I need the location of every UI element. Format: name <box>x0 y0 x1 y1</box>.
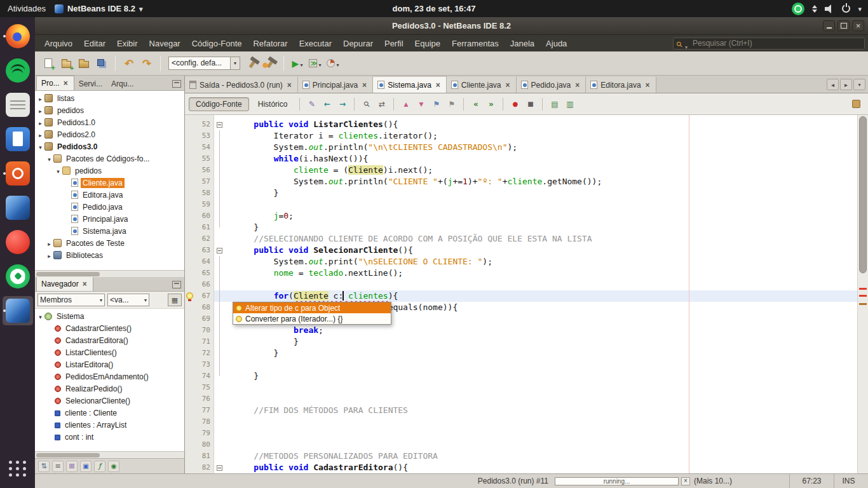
project-node-pacotes-de-teste[interactable]: Pacotes de Teste <box>35 237 184 249</box>
code-line-71[interactable]: 71 } <box>185 336 868 348</box>
close-icon[interactable] <box>286 81 293 90</box>
expand-right-icon[interactable] <box>37 106 44 115</box>
clean-build-button[interactable] <box>262 55 278 72</box>
fold-collapse-icon[interactable] <box>217 122 222 128</box>
project-node-pedidos2-0[interactable]: Pedidos2.0 <box>35 128 184 140</box>
project-node-listas[interactable]: listas <box>35 92 184 104</box>
navigator-visibility-select[interactable]: <va... <box>107 294 149 306</box>
code-line-79[interactable]: 79 <box>185 428 868 439</box>
warning-stripe-mark[interactable] <box>859 303 867 305</box>
app-menu[interactable]: NetBeans IDE 8.2 <box>55 4 142 13</box>
redo-button[interactable] <box>139 55 155 72</box>
line-number[interactable]: 63 <box>195 245 214 256</box>
document-list-icon[interactable] <box>853 79 865 90</box>
navigator-node-selecionarcliente[interactable]: SelecionarCliente() <box>35 395 184 407</box>
line-number[interactable]: 56 <box>195 165 214 176</box>
code-line-58[interactable]: 58 } <box>185 187 868 199</box>
save-all-button[interactable] <box>93 55 110 72</box>
code-line-65[interactable]: 65 nome = teclado.nextLine(); <box>185 268 868 279</box>
editor-tab-sa-da-pedidos3-0-run[interactable]: Saída - Pedidos3.0 (run) <box>185 77 298 93</box>
new-project-button[interactable] <box>58 55 74 72</box>
sort-alpha-icon[interactable] <box>38 461 50 472</box>
editor-tab-cliente-java[interactable]: Cliente.java <box>447 77 517 93</box>
power-icon[interactable] <box>842 4 850 13</box>
project-node-bibliotecas[interactable]: Bibliotecas <box>35 249 184 261</box>
code-line-60[interactable]: 60 j=0; <box>185 210 868 222</box>
code-text[interactable]: System.out.print("\nSELECIONE O CLIENTE:… <box>225 256 868 268</box>
chevron-down-icon[interactable] <box>231 57 240 70</box>
line-number[interactable]: 82 <box>195 462 214 473</box>
line-number[interactable]: 75 <box>195 382 214 393</box>
menu-arquivo[interactable]: Arquivo <box>39 37 78 50</box>
code-text[interactable]: for(Cliente c: clientes){ <box>225 290 868 302</box>
dock-item-blue-cube-app[interactable] <box>3 193 33 222</box>
code-text[interactable]: } <box>225 187 868 199</box>
line-number[interactable]: 79 <box>195 428 214 439</box>
hint-item-alterar-tipo-de-c-para-object[interactable]: Alterar tipo de c para Object <box>233 302 391 313</box>
code-text[interactable] <box>225 199 868 210</box>
tab-navigator[interactable]: Navegador <box>36 276 93 291</box>
code-line-63[interactable]: 63 public void SelecionarCliente(){ <box>185 245 868 256</box>
expand-down-icon[interactable] <box>37 312 44 321</box>
code-text[interactable]: } <box>225 348 868 359</box>
minimize-panel-icon[interactable] <box>172 80 181 88</box>
network-icon[interactable] <box>812 5 817 13</box>
scrollbar-thumb[interactable] <box>36 272 100 276</box>
open-project-button[interactable] <box>76 55 92 72</box>
close-icon[interactable] <box>574 81 581 90</box>
line-number[interactable]: 53 <box>195 130 214 142</box>
code-text[interactable]: public void SelecionarCliente(){ <box>225 245 868 256</box>
code-text[interactable]: Iterator i = clientes.iterator(); <box>225 130 868 142</box>
show-inherited-icon[interactable] <box>66 461 78 472</box>
dock-item-netbeans[interactable] <box>3 296 33 325</box>
dock-item-media-player[interactable] <box>3 159 33 188</box>
navigator-options-icon[interactable] <box>168 294 182 306</box>
maximize-button[interactable] <box>837 20 850 31</box>
scrollbar-thumb[interactable] <box>36 453 100 458</box>
line-number[interactable]: 57 <box>195 176 214 187</box>
undo-button[interactable] <box>121 55 137 72</box>
code-line-82[interactable]: 82 public void CadastrarEditora(){ <box>185 462 868 473</box>
code-text[interactable] <box>225 428 868 439</box>
replace-icon[interactable] <box>375 97 388 111</box>
activities-button[interactable]: Atividades <box>8 4 46 13</box>
expand-right-icon[interactable] <box>37 130 44 139</box>
comment-icon[interactable] <box>548 97 561 111</box>
expand-right-icon[interactable] <box>37 94 44 103</box>
shift-right-icon[interactable] <box>484 97 498 111</box>
navigator-node-listarclientes[interactable]: ListarClientes() <box>35 346 184 358</box>
system-menu-chevron-icon[interactable] <box>858 4 862 13</box>
code-text[interactable]: //FIM DOS MÉTODOS PARA CLIENTES <box>225 405 868 416</box>
close-icon[interactable] <box>361 81 368 90</box>
close-icon[interactable] <box>62 79 69 88</box>
project-node-pedidos[interactable]: pedidos <box>35 104 184 116</box>
expand-right-icon[interactable] <box>46 251 53 260</box>
window-titlebar[interactable]: Pedidos3.0 - NetBeans IDE 8.2 <box>35 17 868 35</box>
code-text[interactable]: System.out.println("\n\tCLIENTES CADASTR… <box>225 142 868 153</box>
search-input[interactable] <box>673 37 865 50</box>
error-stripe-mark[interactable] <box>859 295 867 297</box>
code-text[interactable] <box>225 393 868 405</box>
dock-item-firefox[interactable] <box>3 22 33 51</box>
line-number[interactable]: 70 <box>195 325 214 336</box>
line-number[interactable]: 74 <box>195 370 214 382</box>
dock-item-text-editor[interactable] <box>3 90 33 119</box>
menu-refatorar[interactable]: Refatorar <box>247 37 293 50</box>
profile-project-button[interactable] <box>325 55 341 72</box>
project-node-pacotes-de-c-digos-fo[interactable]: Pacotes de Códigos-fo... <box>35 152 184 165</box>
code-text[interactable] <box>225 439 868 451</box>
dock-item-spotify[interactable] <box>3 56 33 85</box>
project-node-sistema-java[interactable]: Sistema.java <box>35 225 184 237</box>
source-view-button[interactable]: Código-Fonte <box>189 97 249 111</box>
project-node-pedidos3-0[interactable]: Pedidos3.0 <box>35 140 184 152</box>
close-icon[interactable] <box>644 81 651 90</box>
code-text[interactable] <box>225 359 868 370</box>
line-number[interactable]: 71 <box>195 336 214 348</box>
line-number[interactable]: 73 <box>195 359 214 370</box>
chevron-down-icon[interactable] <box>317 58 321 69</box>
minimize-panel-icon[interactable] <box>172 281 181 288</box>
chevron-down-icon[interactable] <box>335 58 339 69</box>
code-line-80[interactable]: 80 <box>185 439 868 451</box>
line-number[interactable]: 65 <box>195 268 214 279</box>
sort-source-icon[interactable] <box>52 461 64 472</box>
